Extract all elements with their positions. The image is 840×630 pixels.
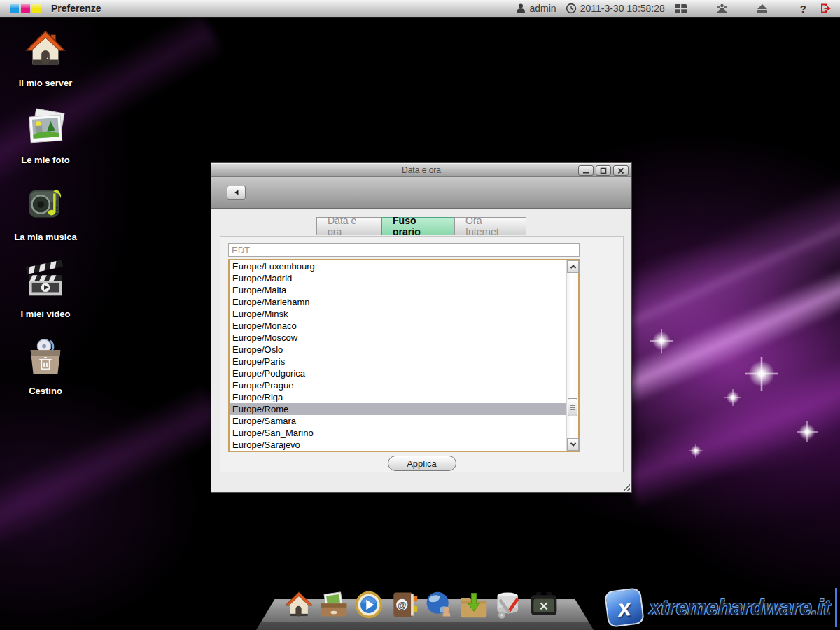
timezone-panel: Europe/LuxembourgEurope/MadridEurope/Mal… <box>220 236 624 472</box>
maximize-button[interactable] <box>596 165 611 176</box>
contacts-icon: @ <box>388 589 419 620</box>
timezone-list-item[interactable]: Europe/Mariehamn <box>230 296 566 308</box>
timezone-list-item[interactable]: Europe/Minsk <box>230 308 566 320</box>
tab-internet-time[interactable]: Ora Internet <box>454 217 526 235</box>
media-player-icon <box>354 589 384 620</box>
scrollbar-thumb[interactable] <box>568 398 578 416</box>
timezone-list-item[interactable]: Europe/Rome <box>230 403 566 415</box>
window-titlebar[interactable]: Data e ora <box>211 163 631 177</box>
dock-item-toolbox[interactable] <box>528 588 560 620</box>
minimize-button[interactable] <box>578 165 594 176</box>
dock-item-system-tools[interactable] <box>493 588 525 620</box>
close-button[interactable] <box>613 165 629 176</box>
music-icon <box>24 182 67 228</box>
logo-square-yellow <box>32 4 41 13</box>
background-streak <box>615 333 840 510</box>
dock-item-contacts[interactable]: @ <box>388 588 420 620</box>
background-sparkle <box>724 389 741 406</box>
tab-bar: Data e ora Fuso orario Ora Internet <box>316 217 526 235</box>
desktop-item-label: Il mio server <box>19 78 73 88</box>
home-icon <box>24 28 67 74</box>
watermark-edge <box>835 588 837 627</box>
desktop-item-label: La mia musica <box>14 232 77 242</box>
dock-item-home[interactable] <box>283 588 315 620</box>
watermark: x xtremehardware.it <box>606 589 830 626</box>
timezone-list-item[interactable]: Europe/Luxembourg <box>230 260 566 272</box>
photos-icon <box>318 589 349 620</box>
minimize-icon <box>582 167 589 174</box>
apply-button[interactable]: Applica <box>388 456 456 471</box>
desktop-item-my-photos[interactable]: Le mie foto <box>10 105 80 164</box>
desktop-item-trash[interactable]: Cestino <box>10 336 80 395</box>
eject-icon[interactable] <box>757 4 768 13</box>
timezone-list-item[interactable]: Europe/Prague <box>230 379 566 391</box>
tab-date-time[interactable]: Data e ora <box>316 217 382 235</box>
desktop-item-label: Le mie foto <box>21 155 69 165</box>
window-content: Data e ora Fuso orario Ora Internet Euro… <box>211 209 631 492</box>
chevron-down-icon <box>570 440 575 446</box>
background-sparkle <box>689 444 703 458</box>
download-icon <box>458 589 489 620</box>
background-sparkle <box>745 357 778 391</box>
window-toolbar <box>211 177 631 209</box>
toolbox-icon <box>528 589 559 620</box>
home-icon <box>284 589 314 620</box>
timezone-list-item[interactable]: Europe/Samara <box>230 415 566 427</box>
logout-icon[interactable] <box>820 3 832 14</box>
dock: @ <box>283 588 560 620</box>
scroll-down-button[interactable] <box>567 438 579 451</box>
chevron-up-icon <box>570 265 575 270</box>
timezone-list-item[interactable]: Europe/Madrid <box>230 272 566 284</box>
timezone-list-item[interactable]: Europe/Sarajevo <box>230 439 566 451</box>
back-button[interactable] <box>227 186 246 200</box>
background-sparkle <box>650 329 673 353</box>
background-sparkle <box>797 421 818 442</box>
timezone-list-item[interactable]: Europe/Moscow <box>230 332 566 344</box>
system-tools-icon <box>493 589 524 620</box>
timezone-list-item[interactable]: Europe/Oslo <box>230 344 566 356</box>
back-arrow-icon <box>233 189 240 196</box>
timezone-list-item[interactable]: Europe/Paris <box>230 356 566 368</box>
timezone-list-item[interactable]: Europe/Malta <box>230 284 566 296</box>
show-desktop-icon[interactable] <box>674 4 687 14</box>
desktop-icon-column: Il mio server Le mie foto <box>10 28 80 395</box>
timezone-list-item[interactable]: Europe/San_Marino <box>230 427 566 439</box>
background-streak <box>601 232 840 412</box>
logo-square-magenta <box>21 4 30 13</box>
photos-icon <box>24 105 67 151</box>
timezone-list-item[interactable]: Europe/Monaco <box>230 320 566 332</box>
desktop-item-my-server[interactable]: Il mio server <box>10 28 80 87</box>
desktop-item-my-videos[interactable]: I miei video <box>10 259 80 318</box>
web-icon <box>424 589 454 620</box>
watermark-text: xtremehardware.it <box>650 596 830 620</box>
timezone-scrollbar[interactable] <box>566 260 578 451</box>
tab-timezone[interactable]: Fuso orario <box>382 217 455 235</box>
network-icon[interactable] <box>715 4 729 13</box>
top-menubar: Preferenze admin 2011-3-30 18:58:28 <box>0 0 840 18</box>
svg-text:@: @ <box>398 600 407 610</box>
dock-item-photos[interactable] <box>318 588 350 620</box>
timezone-filter-input[interactable] <box>228 243 580 257</box>
background-streak <box>0 383 230 559</box>
user-menu[interactable]: admin <box>515 3 556 14</box>
window-resize-grip[interactable] <box>622 482 630 491</box>
timezone-list-item[interactable]: Europe/Riga <box>230 391 566 403</box>
dock-item-download[interactable] <box>458 588 490 620</box>
logo-square-blue <box>10 4 19 13</box>
window-title: Data e ora <box>402 165 441 175</box>
timezone-list-item[interactable]: Europe/Podgorica <box>230 368 566 379</box>
help-icon[interactable]: ? <box>796 3 811 15</box>
trash-icon <box>24 336 67 382</box>
scroll-up-button[interactable] <box>567 260 579 273</box>
desktop-item-my-music[interactable]: La mia musica <box>10 182 80 241</box>
username-label: admin <box>530 3 556 14</box>
desktop-item-label: I miei video <box>21 309 71 319</box>
datetime-label: 2011-3-30 18:58:28 <box>580 3 665 14</box>
maximize-icon <box>600 167 607 174</box>
dock-item-media-player[interactable] <box>353 588 385 620</box>
dock-item-web-users[interactable] <box>423 588 455 620</box>
desktop-screen: Preferenze admin 2011-3-30 18:58:28 <box>0 0 840 630</box>
timezone-listbox: Europe/LuxembourgEurope/MadridEurope/Mal… <box>228 259 580 452</box>
video-icon <box>24 259 67 305</box>
desktop-item-label: Cestino <box>29 386 62 396</box>
